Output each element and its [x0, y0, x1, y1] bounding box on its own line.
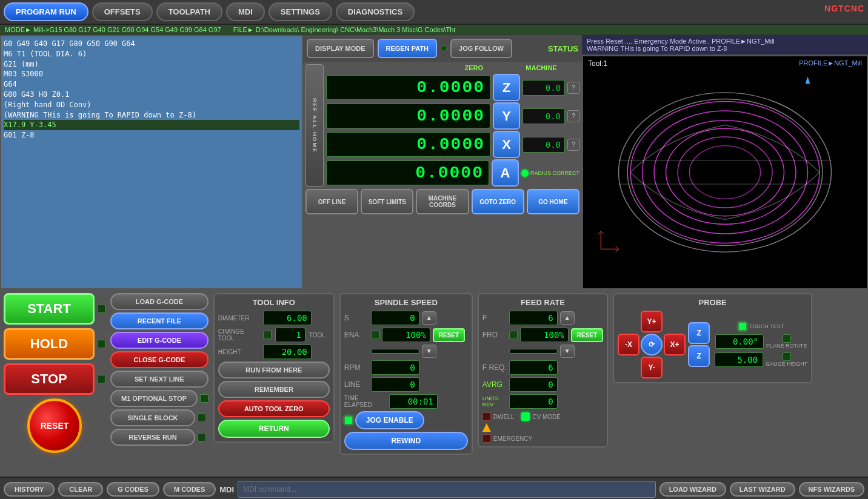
emergency-label-row: EMERGENCY	[482, 434, 603, 443]
auto-tool-zero-button[interactable]: AUTO TOOL ZERO	[218, 400, 330, 417]
load-wizard-button[interactable]: LOAD WIZARD	[659, 482, 726, 497]
y-dro-display[interactable]: 0.0000	[326, 104, 490, 128]
rewind-button[interactable]: REWIND	[344, 432, 468, 450]
f-down-row: ▼	[482, 345, 603, 358]
dro-area: REF ALL HOME ZERO MACHINE 0.0000 Z 0.0	[303, 62, 582, 189]
tool-label: TOOL	[309, 332, 326, 339]
z-small-btn[interactable]: ?	[567, 82, 579, 94]
m1-optional-stop-button[interactable]: M1 OPTIONAL STOP	[110, 390, 198, 407]
regen-path-button[interactable]: REGEN PATH	[378, 39, 438, 58]
diameter-input[interactable]	[263, 311, 312, 325]
soft-limits-button[interactable]: SOFT LIMITS	[361, 189, 413, 214]
probe-controls: Y+ -X ⟳ X+ Y- Z Z	[618, 311, 807, 378]
svg-point-4	[678, 137, 772, 208]
hold-button[interactable]: HOLD	[4, 328, 95, 360]
a-axis-row: 0.0000 A RADIUS CORRECT	[326, 159, 579, 187]
nfs-wizards-button[interactable]: NFS WIZARDS	[799, 482, 864, 497]
off-line-button[interactable]: OFF LINE	[305, 189, 358, 214]
tab-settings[interactable]: SETTINGS	[269, 2, 332, 21]
rpm-display: 0	[371, 360, 419, 375]
tab-toolpath[interactable]: TOOLPATH	[156, 2, 222, 21]
return-button[interactable]: RETURN	[218, 420, 330, 438]
tab-offsets[interactable]: OFFSETS	[92, 2, 153, 21]
tab-diagnostics[interactable]: DIAGNOSTICS	[336, 2, 415, 21]
top-section: G0 G49 G40 G17 G80 G50 G90 G64 M6 T1 (TO…	[0, 35, 868, 289]
f-blank-display	[509, 349, 558, 354]
y-small-btn[interactable]: ?	[567, 110, 579, 122]
f-up-btn[interactable]: ▲	[560, 311, 575, 325]
change-tool-led	[263, 331, 272, 339]
tab-mdi[interactable]: MDI	[226, 2, 265, 21]
run-from-here-button[interactable]: RUN FROM HERE	[218, 362, 330, 378]
single-block-button[interactable]: SINGLE BLOCK	[110, 409, 195, 426]
remember-button[interactable]: REMEMBER	[218, 381, 330, 398]
spindle-action-buttons: JOG ENABLE REWIND	[344, 411, 468, 450]
jog-enable-button[interactable]: JOG ENABLE	[355, 411, 424, 429]
jog-x-plus-button[interactable]: X+	[664, 334, 686, 355]
s-down-btn[interactable]: ▼	[422, 345, 436, 358]
z-dro-display[interactable]: 0.0000	[326, 75, 490, 100]
machine-coords-button[interactable]: MACHINE COORDS	[416, 189, 469, 214]
units-rev-label: UNITS REV	[482, 395, 507, 408]
last-wizard-button[interactable]: LAST WIZARD	[730, 482, 795, 497]
regen-led	[441, 45, 447, 51]
spindle-reset-button[interactable]: RESET	[433, 328, 465, 342]
history-button[interactable]: HISTORY	[4, 482, 55, 497]
jog-z-plus-button[interactable]: Z	[688, 322, 710, 344]
go-home-button[interactable]: GO HOME	[527, 189, 579, 214]
m1-led	[200, 394, 209, 403]
g-codes-button[interactable]: G CODES	[107, 482, 159, 497]
mdi-input[interactable]	[238, 481, 656, 498]
ref-all-home-button[interactable]: REF ALL HOME	[305, 64, 324, 187]
reset-button[interactable]: RESET	[27, 398, 82, 453]
close-gcode-button[interactable]: CLOSE G-CODE	[110, 351, 209, 368]
side-buttons: LOAD G-CODE RECENT FILE EDIT G-CODE CLOS…	[110, 293, 209, 446]
tool-info-section: TOOL INFO DIAMETER CHANGE TOOL TOOL HEIG…	[213, 293, 335, 443]
gcode-line: (WARNING THis is going To RAPID down to …	[4, 110, 299, 121]
jog-follow-button[interactable]: JOG FOLLOW	[450, 39, 512, 58]
x-dro-display[interactable]: 0.0000	[326, 132, 490, 157]
height-input[interactable]	[263, 345, 312, 359]
reverse-run-led	[198, 433, 206, 441]
a-dro-display[interactable]: 0.0000	[326, 160, 489, 185]
edit-gcode-button[interactable]: EDIT G-CODE	[110, 332, 209, 349]
svg-line-12	[616, 249, 619, 252]
units-rev-display: 0	[509, 394, 558, 409]
gcode-content[interactable]: G0 G49 G40 G17 G80 G50 G90 G64 M6 T1 (TO…	[1, 36, 302, 288]
z-axis-button[interactable]: Z	[493, 74, 520, 101]
a-axis-button[interactable]: A	[492, 159, 519, 187]
display-mode-button[interactable]: DISPLAY MODE	[307, 39, 374, 58]
gcode-panel: G0 G49 G40 G17 G80 G50 G90 G64 M6 T1 (TO…	[0, 35, 303, 289]
reverse-run-button[interactable]: REVERSE RUN	[110, 429, 195, 446]
m-codes-button[interactable]: M CODES	[163, 482, 216, 497]
recent-file-button[interactable]: RECENT FILE	[110, 312, 209, 329]
toolpath-view[interactable]: Tool:1 PROFILE►NGT_Mill	[582, 55, 868, 289]
x-small-btn[interactable]: ?	[567, 139, 579, 151]
feed-reset-button[interactable]: RESET	[571, 328, 603, 342]
svg-point-2	[654, 121, 796, 225]
start-button[interactable]: START	[4, 293, 95, 325]
clear-button[interactable]: CLEAR	[58, 482, 103, 497]
goto-zero-button[interactable]: GOTO ZERO	[472, 189, 524, 214]
m1-optional-row: M1 OPTIONAL STOP	[110, 390, 209, 407]
y-axis-button[interactable]: Y	[493, 102, 520, 130]
tab-program-run[interactable]: PROGRAM RUN	[4, 2, 88, 21]
touch-test-led	[738, 322, 747, 331]
jog-z-minus-button[interactable]: Z	[688, 345, 710, 367]
tool-action-buttons: RUN FROM HERE REMEMBER AUTO TOOL ZERO RE…	[218, 362, 330, 438]
change-tool-input[interactable]	[275, 328, 305, 342]
rpm-row: RPM 0	[344, 360, 468, 375]
stop-button[interactable]: STOP	[4, 363, 95, 395]
gcode-line: (Right hand OD Conv)	[4, 100, 299, 110]
f-down-btn[interactable]: ▼	[560, 345, 575, 358]
jog-y-minus-button[interactable]: Y-	[641, 357, 663, 378]
set-next-line-button[interactable]: SET NEXT LINE	[110, 371, 209, 388]
x-axis-button[interactable]: X	[493, 131, 520, 158]
s-up-btn[interactable]: ▲	[422, 311, 436, 325]
f-display: 6	[509, 311, 558, 325]
load-gcode-button[interactable]: LOAD G-CODE	[110, 293, 209, 310]
jog-x-minus-button[interactable]: -X	[618, 334, 639, 355]
spindle-down-row: ▼	[344, 345, 468, 358]
jog-center-button[interactable]: ⟳	[641, 334, 663, 355]
jog-y-plus-button[interactable]: Y+	[641, 311, 663, 332]
